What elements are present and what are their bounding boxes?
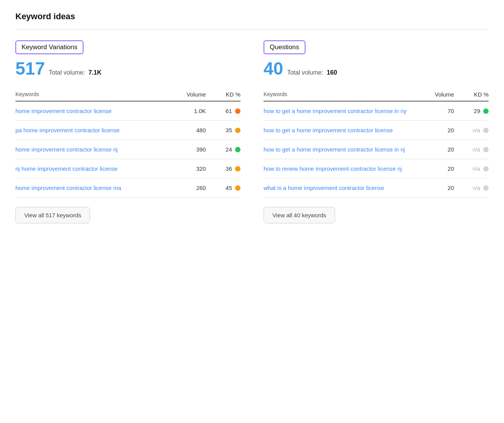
kd-dot [235, 166, 240, 172]
volume-cell: 20 [423, 146, 458, 153]
kd-cell: n/a [458, 166, 489, 172]
kd-cell: 45 [210, 185, 240, 191]
kd-dot [483, 128, 489, 133]
questions-section: Questions 40 Total volume: 160 Keywords … [264, 40, 489, 223]
kd-cell: 24 [210, 146, 240, 153]
kd-cell: 35 [210, 127, 240, 133]
keyword-link[interactable]: home improvement contractor license nj [15, 145, 175, 153]
kd-cell: 61 [210, 108, 240, 114]
keyword-variations-table-body: home improvement contractor license 1.0K… [15, 102, 240, 198]
q-col-header-volume: Volume [423, 91, 458, 98]
kd-na: n/a [473, 127, 480, 133]
col-header-kd: KD % [210, 91, 240, 98]
keyword-variations-volume: Total volume: 7.1K [49, 69, 102, 76]
kd-dot [483, 147, 489, 152]
top-divider [15, 29, 489, 30]
kd-cell: n/a [458, 147, 489, 153]
volume-cell: 1.0K [175, 108, 210, 114]
kd-dot [483, 185, 489, 191]
table-row: home improvement contractor license 1.0K… [15, 102, 240, 121]
kd-na: n/a [473, 185, 480, 191]
table-row: home improvement contractor license ma 2… [15, 178, 240, 198]
kd-cell: n/a [458, 127, 489, 133]
kd-dot [483, 166, 489, 172]
keyword-variations-section: Keyword Variations 517 Total volume: 7.1… [15, 40, 240, 223]
volume-cell: 70 [423, 108, 458, 114]
questions-table-header: Keywords Volume KD % [264, 88, 489, 102]
questions-count-line: 40 Total volume: 160 [264, 60, 489, 77]
col-header-keywords: Keywords [15, 91, 175, 98]
kd-cell: 29 [458, 108, 489, 114]
kd-dot [235, 147, 240, 152]
two-column-layout: Keyword Variations 517 Total volume: 7.1… [15, 40, 489, 223]
volume-cell: 20 [423, 185, 458, 191]
questions-volume: Total volume: 160 [287, 69, 337, 76]
keyword-variations-count-line: 517 Total volume: 7.1K [15, 60, 240, 77]
keyword-link[interactable]: what is a home improvement contractor li… [264, 184, 423, 192]
keyword-link[interactable]: how to get a home improvement contractor… [264, 126, 423, 134]
keyword-link[interactable]: nj home improvement contractor license [15, 165, 175, 173]
keyword-link[interactable]: how to get a home improvement contractor… [264, 107, 423, 115]
keyword-link[interactable]: pa home improvement contractor license [15, 126, 175, 134]
table-row: how to get a home improvement contractor… [264, 121, 489, 140]
keyword-variations-count: 517 [15, 60, 45, 77]
keyword-link[interactable]: home improvement contractor license ma [15, 184, 175, 192]
table-row: how to renew home improvement contractor… [264, 159, 489, 178]
page-title: Keyword ideas [15, 12, 489, 22]
keyword-link[interactable]: home improvement contractor license [15, 107, 175, 115]
table-row: home improvement contractor license nj 3… [15, 140, 240, 159]
table-row: how to get a home improvement contractor… [264, 140, 489, 159]
kd-na: n/a [473, 166, 480, 172]
kd-na: n/a [473, 147, 480, 153]
table-row: pa home improvement contractor license 4… [15, 121, 240, 140]
kd-cell: 36 [210, 165, 240, 172]
keyword-link[interactable]: how to get a home improvement contractor… [264, 145, 423, 153]
keyword-variations-tab[interactable]: Keyword Variations [15, 40, 83, 54]
kd-dot [483, 108, 489, 114]
volume-cell: 320 [175, 165, 210, 172]
keyword-link[interactable]: how to renew home improvement contractor… [264, 165, 423, 173]
keyword-variations-table-header: Keywords Volume KD % [15, 88, 240, 102]
questions-tab[interactable]: Questions [264, 40, 305, 54]
kd-dot [235, 185, 240, 191]
volume-cell: 20 [423, 165, 458, 172]
kd-dot [235, 108, 240, 114]
view-all-kv-button[interactable]: View all 517 keywords [15, 207, 90, 223]
q-col-header-kd: KD % [458, 91, 489, 98]
volume-cell: 480 [175, 127, 210, 133]
volume-cell: 390 [175, 146, 210, 153]
kd-dot [235, 128, 240, 133]
q-col-header-keywords: Keywords [264, 91, 423, 98]
table-row: how to get a home improvement contractor… [264, 102, 489, 121]
questions-table-body: how to get a home improvement contractor… [264, 102, 489, 198]
table-row: what is a home improvement contractor li… [264, 178, 489, 198]
view-all-questions-button[interactable]: View all 40 keywords [264, 207, 335, 223]
col-header-volume: Volume [175, 91, 210, 98]
questions-count: 40 [264, 60, 283, 77]
volume-cell: 260 [175, 185, 210, 191]
volume-cell: 20 [423, 127, 458, 133]
kd-cell: n/a [458, 185, 489, 191]
table-row: nj home improvement contractor license 3… [15, 159, 240, 178]
